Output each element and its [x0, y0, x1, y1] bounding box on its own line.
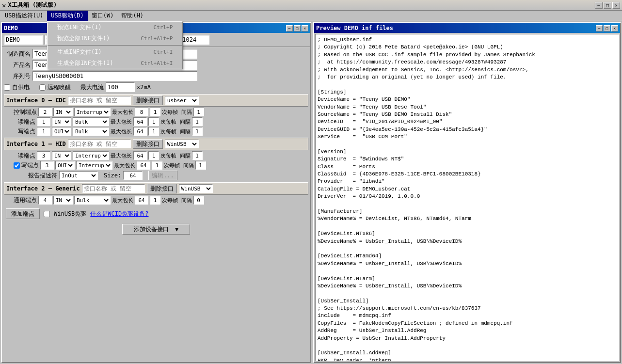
close-button[interactable]: ✕ [612, 2, 620, 9]
report-size[interactable] [123, 171, 143, 180]
ep0-interval-label: 次每帧 间隔 [162, 109, 192, 116]
ep2-type[interactable]: Bulk [73, 127, 109, 136]
left-panel-controls: — □ ✕ [286, 25, 308, 32]
report-type[interactable]: InOut [59, 171, 98, 180]
ep2-pkt-label: 最大包长 [111, 128, 132, 135]
hid-ep0-pkt-label: 最大包长 [111, 152, 132, 159]
ep2-num[interactable] [37, 127, 50, 136]
add-interface-btn[interactable]: 添加设备接口 ▼ [122, 224, 190, 235]
ep0-num[interactable] [38, 108, 52, 116]
self-power-checkbox[interactable] [4, 84, 10, 91]
self-power-label: 自供电 [12, 83, 30, 92]
menu-usb-desc[interactable]: USB描述符(U) [1, 11, 47, 21]
right-panel: Preview DEMO inf files — □ ✕ ; DEMO_usbs… [313, 22, 621, 363]
iface1-name[interactable] [68, 140, 131, 148]
max-current-input[interactable] [106, 82, 135, 92]
demo-input[interactable] [4, 35, 43, 45]
gen-ep0-type[interactable]: Bulk [74, 196, 111, 205]
ep0-num2[interactable] [150, 108, 160, 116]
gen-ep0-num2[interactable] [150, 196, 160, 205]
iface2-driver[interactable]: WinUSB [179, 184, 213, 193]
left-close-btn[interactable]: ✕ [302, 25, 308, 32]
hid-ep1-type[interactable]: Interrupt [76, 161, 112, 170]
ep0-pkt[interactable] [135, 108, 148, 116]
menu-help[interactable]: 帮助(H) [117, 11, 147, 21]
preview-all-inf-item[interactable]: 预览全部INF文件() Ctrl+Alt+P [48, 33, 182, 44]
hid-ep0-dir[interactable]: IN [52, 151, 71, 160]
ep0-label: 控制端点 [14, 108, 37, 116]
ep2-interval-label: 次每帧 间隔 [160, 128, 191, 135]
ep2-interval[interactable] [192, 127, 203, 136]
menu-usb-driver[interactable]: USB驱动(D) 预览INF文件(I) Ctrl+P 预览全部INF文件() C… [47, 11, 87, 21]
hid-ep0-interval[interactable] [192, 151, 203, 160]
hid-ep1-num[interactable] [40, 161, 54, 170]
ep1-interval[interactable] [192, 117, 203, 126]
iface2-delete-btn[interactable]: 删除接口 [147, 184, 177, 193]
left-maximize-btn[interactable]: □ [294, 25, 301, 32]
right-maximize-btn[interactable]: □ [604, 25, 610, 32]
gen-ep0-interval[interactable] [193, 196, 204, 205]
gen-ep0-dir[interactable]: IN [53, 196, 73, 205]
ep1-pkt[interactable] [133, 117, 147, 126]
report-edit-btn[interactable]: 编辑... [148, 171, 177, 180]
ep0-interval[interactable] [193, 108, 204, 116]
dropdown-arrow-icon: ▼ [175, 226, 178, 233]
iface0-ep0-row: 控制端点 IN Interrupt 最大包长 次每帧 间隔 [4, 108, 308, 116]
serial-row: 序列号 [4, 71, 308, 81]
ep1-num2[interactable] [148, 117, 159, 126]
add-endpoint-btn[interactable]: 添加端点 [6, 208, 40, 219]
right-panel-controls: — □ ✕ [596, 25, 618, 32]
report-size-label: Size: [104, 172, 121, 179]
left-minimize-btn[interactable]: — [286, 25, 293, 32]
hid-ep0-num2[interactable] [148, 151, 159, 160]
winusb-checkbox[interactable] [44, 211, 50, 217]
serial-input[interactable] [32, 71, 197, 81]
iface0-driver[interactable]: usbser [165, 96, 199, 105]
hid-ep0-type[interactable]: Interrupt [73, 151, 109, 160]
iface2-title: Interface 2 — Generic [6, 185, 80, 192]
hid-ep1-interval[interactable] [195, 161, 206, 170]
hid-ep1-checkbox[interactable] [14, 162, 20, 169]
iface1-driver[interactable]: WinUSB [165, 140, 199, 148]
iface2-name[interactable] [82, 184, 145, 193]
buffer-input[interactable] [180, 35, 209, 45]
ep1-type[interactable]: Bulk [73, 117, 109, 126]
hid-ep1-num2[interactable] [152, 161, 162, 170]
iface1-delete-btn[interactable]: 删除接口 [133, 139, 163, 149]
max-current-label: 最大电流 [80, 83, 104, 92]
hid-ep0-num[interactable] [37, 151, 50, 160]
ep0-dir[interactable]: IN [53, 108, 73, 116]
right-minimize-btn[interactable]: — [596, 25, 603, 32]
gen-ep0-num[interactable] [38, 196, 52, 205]
hid-ep1-dir[interactable]: OUT [55, 161, 75, 170]
preview-inf-item[interactable]: 预览INF文件(I) Ctrl+P [48, 22, 182, 33]
right-close-btn[interactable]: ✕ [611, 25, 618, 32]
preview-content[interactable]: ; DEMO_usbser.inf ; Copyright (c) 2016 P… [315, 34, 619, 361]
add-device-area: 添加设备接口 ▼ [4, 221, 308, 237]
hid-ep1-pkt[interactable] [137, 161, 150, 170]
minimize-button[interactable]: — [595, 2, 603, 9]
ep1-dir[interactable]: IN [52, 117, 71, 126]
gen-ep0-interval-label: 次每帧 间隔 [162, 197, 192, 204]
preview-title-bar: Preview DEMO inf files — □ ✕ [314, 23, 620, 33]
iface0-ep1-row: 读端点 IN Bulk 最大包长 次每帧 间隔 [4, 117, 308, 126]
iface0-delete-btn[interactable]: 删除接口 [133, 95, 163, 105]
iface0-name[interactable] [68, 96, 131, 105]
add-endpoint-area: 添加端点 WinUSB免驱 什么是WCID免驱设备? [4, 206, 308, 221]
iface2-ep0-row: 通用端点 IN Bulk 最大包长 次每帧 间隔 [4, 196, 308, 205]
generate-inf-item[interactable]: 生成INF文件(I) Ctrl+I [48, 47, 182, 58]
wcid-link[interactable]: 什么是WCID免驱设备? [90, 210, 148, 218]
iface1-header: Interface 1 — HID 删除接口 WinUSB [4, 138, 308, 150]
hid-ep0-pkt[interactable] [133, 151, 147, 160]
ep1-num[interactable] [37, 117, 50, 126]
hid-ep1-label: 写端点 [21, 161, 39, 170]
ep2-num2[interactable] [148, 127, 159, 136]
maximize-button[interactable]: □ [604, 2, 611, 9]
ep2-pkt[interactable] [133, 127, 147, 136]
remote-wakeup-checkbox[interactable] [39, 84, 46, 91]
gen-ep0-pkt[interactable] [135, 196, 148, 205]
generate-all-inf-item[interactable]: 生成全部INF文件(I) Ctrl+Alt+I [48, 58, 182, 69]
ep2-dir[interactable]: OUT [52, 127, 71, 136]
menu-window[interactable]: 窗口(W) [88, 11, 118, 21]
ep0-type[interactable]: Interrupt [74, 108, 111, 116]
